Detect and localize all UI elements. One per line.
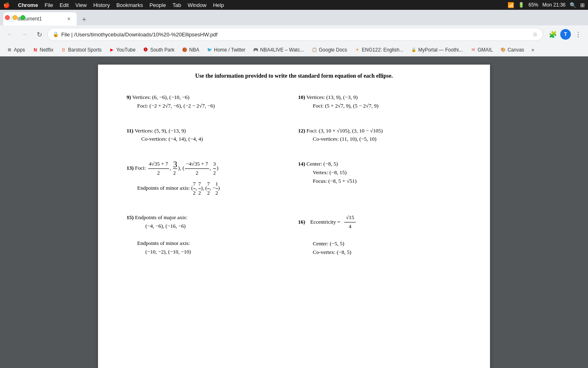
address-text: File | /Users/timothycebula/Downloads/10… bbox=[61, 31, 530, 38]
bookmark-canvas-label: Canvas bbox=[508, 47, 524, 53]
view-menu[interactable]: View bbox=[75, 2, 87, 8]
myportal-icon: 🔒 bbox=[411, 47, 416, 53]
bookmark-star-icon[interactable]: ☆ bbox=[532, 31, 538, 38]
problem-11: 11) Vertices: (5, 9), (−13, 9) Co-vertic… bbox=[122, 123, 294, 156]
gdocs-icon: 📋 bbox=[312, 47, 317, 53]
apple-menu[interactable]: 🍎 bbox=[3, 2, 10, 8]
bookmark-southpark[interactable]: 🅢 South Park bbox=[140, 45, 178, 54]
bookmark-nba[interactable]: 🏀 NBA bbox=[178, 45, 203, 54]
chrome-window: 📄 document1 ✕ + ← → ↻ 🔒 File | /Users/ti… bbox=[0, 10, 588, 368]
problem-13: 13) Foci: 4√35 + 7 2 , 3 2 ), ( −4√35 + … bbox=[122, 156, 294, 209]
bookmark-gdocs[interactable]: 📋 Google Docs bbox=[308, 45, 350, 54]
minimize-button[interactable] bbox=[13, 15, 18, 20]
bookmark-apps[interactable]: ⊞ Apps bbox=[3, 45, 28, 54]
pdf-heading: Use the information provided to write th… bbox=[122, 73, 466, 79]
clock: Mon 21:36 bbox=[542, 2, 566, 8]
nav-right-controls: 🧩 T ⋮ bbox=[546, 28, 585, 41]
bookmark-canvas[interactable]: 🎨 Canvas bbox=[497, 45, 528, 54]
problem-12: 12) Foci: (3, 10 + √105), (3, 10 − √105)… bbox=[294, 123, 466, 156]
bookmark-southpark-label: South Park bbox=[150, 47, 174, 53]
back-button[interactable]: ← bbox=[3, 28, 16, 41]
problem-14: 14) Center: (−8, 5) Vertex: (−8, 15) Foc… bbox=[294, 156, 466, 209]
southpark-icon: 🅢 bbox=[143, 47, 149, 53]
tab-bar: 📄 document1 ✕ + bbox=[0, 10, 588, 25]
menu-bar: 🍎 Chrome File Edit View History Bookmark… bbox=[0, 0, 588, 10]
bookmark-youtube[interactable]: ▶ YouTube bbox=[106, 45, 139, 54]
maximize-button[interactable] bbox=[20, 15, 25, 20]
traffic-lights bbox=[5, 15, 25, 20]
help-menu[interactable]: Help bbox=[213, 2, 224, 8]
pdf-content-area: Use the information provided to write th… bbox=[0, 56, 588, 368]
nba-icon: 🏀 bbox=[182, 47, 187, 53]
bookmark-eng122-label: ENG122: English... bbox=[362, 47, 403, 53]
bookmarks-menu[interactable]: Bookmarks bbox=[116, 2, 143, 8]
pdf-page: Use the information provided to write th… bbox=[98, 65, 490, 368]
problem-15: 15) Endpoints of major axis: (−4, −6), (… bbox=[122, 209, 294, 269]
bookmark-nba4live-label: NBA4LIVE – Watc... bbox=[260, 47, 304, 53]
people-menu[interactable]: People bbox=[149, 2, 166, 8]
edit-menu[interactable]: Edit bbox=[60, 2, 69, 8]
twitter-icon: 🐦 bbox=[207, 47, 212, 53]
file-menu[interactable]: File bbox=[45, 2, 53, 8]
forward-button[interactable]: → bbox=[18, 28, 31, 41]
bookmark-netflix-label: Netflix bbox=[40, 47, 53, 53]
problem-10: 10) Vertices: (13, 9), (−3, 9) Foci: (5 … bbox=[294, 89, 466, 123]
eng122-icon: ✈ bbox=[354, 47, 360, 53]
wifi-icon[interactable]: 📶 bbox=[508, 2, 514, 8]
problems-grid: 9) Vertices: (6, −6), (−10, −6) Foci: (−… bbox=[122, 89, 466, 269]
gmail-icon: ✉ bbox=[470, 47, 476, 53]
bookmark-gdocs-label: Google Docs bbox=[319, 47, 347, 53]
bookmark-barstool[interactable]: B Barstool Sports bbox=[58, 45, 105, 54]
reload-button[interactable]: ↻ bbox=[33, 28, 46, 41]
bookmark-gmail[interactable]: ✉ GMAIL bbox=[467, 45, 496, 54]
canvas-icon: 🎨 bbox=[500, 47, 506, 53]
control-center-icon[interactable]: ⊞ bbox=[580, 2, 585, 8]
tab-menu[interactable]: Tab bbox=[172, 2, 181, 8]
bookmark-eng122[interactable]: ✈ ENG122: English... bbox=[351, 45, 407, 54]
apps-bookmark-icon: ⊞ bbox=[7, 47, 12, 53]
bookmark-myportal-label: MyPortal — Foothi... bbox=[418, 47, 463, 53]
problem-16: 16) Eccentricity = √15 4 Center: (−5, 5)… bbox=[294, 209, 466, 269]
barstool-icon: B bbox=[61, 47, 67, 53]
bookmark-more[interactable]: » bbox=[528, 45, 538, 54]
bookmark-nba-label: NBA bbox=[189, 47, 199, 53]
close-button[interactable] bbox=[5, 15, 10, 20]
window-menu[interactable]: Window bbox=[187, 2, 206, 8]
bookmark-myportal[interactable]: 🔒 MyPortal — Foothi... bbox=[408, 45, 466, 54]
bookmark-barstool-label: Barstool Sports bbox=[68, 47, 102, 53]
bookmark-netflix[interactable]: N Netflix bbox=[29, 45, 56, 54]
chrome-menu-button[interactable]: ⋮ bbox=[572, 28, 585, 41]
extensions-button[interactable]: 🧩 bbox=[546, 28, 559, 41]
navigation-bar: ← → ↻ 🔒 File | /Users/timothycebula/Down… bbox=[0, 25, 588, 43]
bookmark-nba4live[interactable]: 🎮 NBA4LIVE – Watc... bbox=[249, 45, 307, 54]
new-tab-button[interactable]: + bbox=[78, 14, 90, 25]
bookmark-twitter[interactable]: 🐦 Home / Twitter bbox=[203, 45, 249, 54]
chrome-menu[interactable]: Chrome bbox=[18, 2, 38, 8]
bookmark-gmail-label: GMAIL bbox=[478, 47, 493, 53]
bookmark-twitter-label: Home / Twitter bbox=[214, 47, 245, 53]
search-icon[interactable]: 🔍 bbox=[570, 2, 576, 8]
lock-icon: 🔒 bbox=[53, 31, 59, 37]
bookmarks-bar: ⊞ Apps N Netflix B Barstool Sports ▶ You… bbox=[0, 43, 588, 56]
youtube-icon: ▶ bbox=[109, 47, 115, 53]
bookmark-youtube-label: YouTube bbox=[116, 47, 136, 53]
address-bar[interactable]: 🔒 File | /Users/timothycebula/Downloads/… bbox=[47, 28, 543, 41]
problem-9: 9) Vertices: (6, −6), (−10, −6) Foci: (−… bbox=[122, 89, 294, 123]
battery-icon: 🔋 bbox=[518, 2, 524, 8]
bookmark-apps-label: Apps bbox=[14, 47, 25, 53]
nba4live-icon: 🎮 bbox=[253, 47, 258, 53]
netflix-icon: N bbox=[32, 47, 38, 53]
history-menu[interactable]: History bbox=[93, 2, 109, 8]
avatar[interactable]: T bbox=[560, 29, 571, 40]
more-bookmarks-label: » bbox=[532, 47, 535, 53]
tab-close-button[interactable]: ✕ bbox=[65, 16, 72, 22]
battery-percentage: 65% bbox=[528, 2, 538, 8]
